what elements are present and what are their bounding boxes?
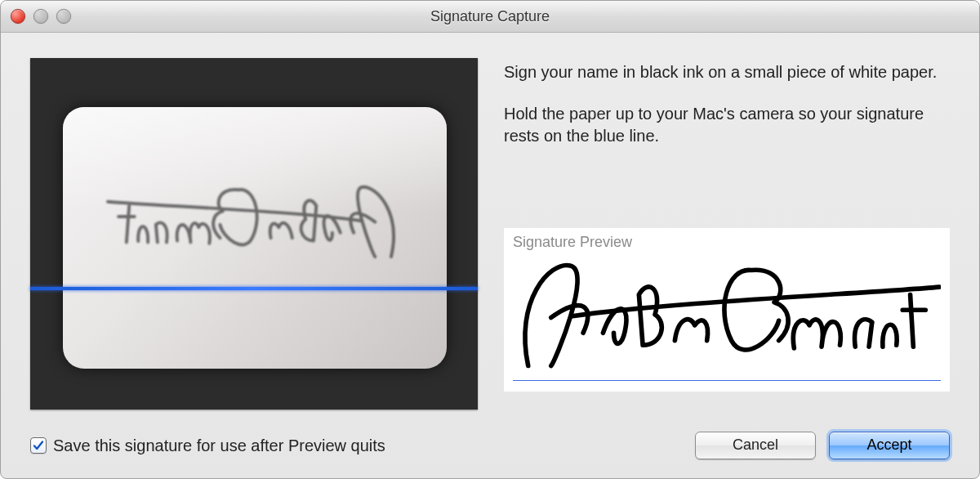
camera-paper-region xyxy=(63,107,447,369)
columns: Sign your name in black ink on a small p… xyxy=(30,58,950,410)
signature-capture-window: Signature Capture xyxy=(0,0,980,479)
signature-preview-label: Signature Preview xyxy=(513,234,941,251)
zoom-icon[interactable] xyxy=(56,9,71,24)
instructions-text: Sign your name in black ink on a small p… xyxy=(504,61,950,225)
titlebar: Signature Capture xyxy=(1,1,979,33)
checkbox-icon xyxy=(30,437,47,454)
dialog-footer: Save this signature for use after Previe… xyxy=(30,429,950,462)
window-controls xyxy=(11,1,71,32)
instruction-line-2: Hold the paper up to your Mac's camera s… xyxy=(504,103,950,147)
alignment-guide-line xyxy=(30,287,478,290)
right-pane: Sign your name in black ink on a small p… xyxy=(504,58,950,410)
signature-preview-glyph xyxy=(513,251,941,374)
signature-baseline xyxy=(513,380,941,381)
minimize-icon[interactable] xyxy=(33,9,48,24)
camera-signature-glyph xyxy=(105,174,405,260)
save-signature-label: Save this signature for use after Previe… xyxy=(53,436,385,455)
save-signature-checkbox[interactable]: Save this signature for use after Previe… xyxy=(30,436,385,455)
dialog-content: Sign your name in black ink on a small p… xyxy=(1,32,979,478)
close-icon[interactable] xyxy=(11,9,25,24)
accept-button[interactable]: Accept xyxy=(829,432,950,459)
camera-preview xyxy=(30,58,478,410)
signature-preview-box: Signature Preview xyxy=(504,228,950,392)
instruction-line-1: Sign your name in black ink on a small p… xyxy=(504,61,950,83)
window-title: Signature Capture xyxy=(430,8,550,25)
cancel-button[interactable]: Cancel xyxy=(695,432,816,459)
